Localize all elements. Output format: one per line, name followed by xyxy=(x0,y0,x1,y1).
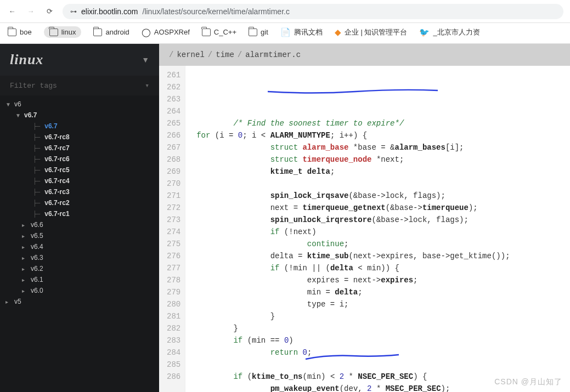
code-line-266[interactable] xyxy=(196,178,510,190)
line-number[interactable]: 268 xyxy=(167,154,180,166)
line-number[interactable]: 266 xyxy=(167,129,180,141)
code-viewer[interactable]: 2612622632642652662672682692702712722732… xyxy=(159,66,570,392)
code-line-262[interactable]: for (i = 0; i < ALARM_NUMTYPE; i++) { xyxy=(196,129,510,141)
bookmark-C_C++[interactable]: C_C++ xyxy=(202,28,236,36)
code-line-278[interactable]: } xyxy=(196,322,510,334)
line-number[interactable]: 283 xyxy=(167,334,180,346)
line-number[interactable]: 265 xyxy=(167,117,180,129)
code-line-274[interactable]: expires = next->expires; xyxy=(196,274,510,286)
url-host: elixir.bootlin.com xyxy=(81,7,138,16)
bookmark-android[interactable]: android xyxy=(93,28,129,36)
code-line-271[interactable]: continue; xyxy=(196,238,510,250)
line-number[interactable]: 262 xyxy=(167,81,180,93)
code-body[interactable]: /* Find the soonest timer to expire*/for… xyxy=(185,66,515,392)
tree-label: v6.3 xyxy=(31,254,43,262)
tree-node-v6.7-rc6[interactable]: ├─v6.7-rc6 xyxy=(3,154,156,164)
code-line-265[interactable]: ktime_t delta; xyxy=(196,166,510,178)
tree-node-v6.7-rc7[interactable]: ├─v6.7-rc7 xyxy=(3,143,156,154)
breadcrumb-sep: / xyxy=(208,50,212,59)
line-number[interactable]: 267 xyxy=(167,141,180,154)
line-number[interactable]: 271 xyxy=(167,190,180,202)
line-number[interactable]: 269 xyxy=(167,166,180,178)
line-number[interactable]: 276 xyxy=(167,250,180,262)
code-line-263[interactable]: struct alarm_base *base = &alarm_bases[i… xyxy=(196,141,510,154)
line-number[interactable]: 261 xyxy=(167,69,180,81)
tree-node-v6.5[interactable]: ▸v6.5 xyxy=(3,230,156,241)
tree-node-v6.7-rc1[interactable]: ├─v6.7-rc1 xyxy=(3,208,156,219)
bookmark-腾讯文档[interactable]: 📄腾讯文档 xyxy=(280,27,323,37)
code-line-283[interactable]: pm_wakeup_event(dev, 2 * MSEC_PER_SEC); xyxy=(196,383,510,392)
line-number[interactable]: 273 xyxy=(167,214,180,226)
line-number[interactable]: 286 xyxy=(167,371,180,383)
line-number[interactable]: 282 xyxy=(167,322,180,334)
breadcrumb[interactable]: /kernel/time/alarmtimer.c xyxy=(159,44,570,66)
line-number[interactable]: 280 xyxy=(167,298,180,310)
tree-node-v6.2[interactable]: ▸v6.2 xyxy=(3,263,156,274)
tree-node-v6[interactable]: ▼v6 xyxy=(3,99,156,110)
breadcrumb-seg-time[interactable]: time xyxy=(216,50,234,59)
bookmark-linux[interactable]: linux xyxy=(44,26,82,38)
bookmark-AOSPXRef[interactable]: ◯AOSPXRef xyxy=(142,27,190,37)
code-line-264[interactable]: struct timerqueue_node *next; xyxy=(196,154,510,166)
code-line-261[interactable]: /* Find the soonest timer to expire*/ xyxy=(196,117,510,129)
line-number[interactable]: 275 xyxy=(167,238,180,250)
forward-button[interactable]: → xyxy=(25,6,36,17)
line-number[interactable]: 278 xyxy=(167,274,180,286)
line-number[interactable]: 272 xyxy=(167,202,180,214)
reload-button[interactable]: ⟳ xyxy=(44,6,55,17)
address-bar[interactable]: ⊶ elixir.bootlin.com/linux/latest/source… xyxy=(63,4,563,19)
back-button[interactable]: ← xyxy=(7,6,18,17)
bookmark-_北京市人力资[interactable]: 🐦_北京市人力资 xyxy=(419,27,479,37)
tree-node-v6.7[interactable]: ▼v6.7 xyxy=(3,110,156,121)
code-line-273[interactable]: if (!min || (delta < min)) { xyxy=(196,262,510,274)
tree-node-v6.0[interactable]: ▸v6.0 xyxy=(3,285,156,296)
code-line-282[interactable]: if (ktime_to_ns(min) < 2 * NSEC_PER_SEC)… xyxy=(196,371,510,383)
tree-node-v6.4[interactable]: ▸v6.4 xyxy=(3,241,156,252)
line-number[interactable]: 274 xyxy=(167,226,180,238)
line-number[interactable]: 284 xyxy=(167,346,180,359)
tree-node-v6.3[interactable]: ▸v6.3 xyxy=(3,252,156,263)
bookmark-企业 | 知识管理平台[interactable]: ◆企业 | 知识管理平台 xyxy=(335,27,408,37)
sidebar-header[interactable]: linux ▼ xyxy=(0,44,159,76)
breadcrumb-seg-kernel[interactable]: kernel xyxy=(177,50,204,59)
tree-label: v5 xyxy=(14,298,21,305)
bookmark-git[interactable]: git xyxy=(249,28,268,36)
tree-node-v6.7-rc5[interactable]: ├─v6.7-rc5 xyxy=(3,164,156,175)
line-number[interactable]: 264 xyxy=(167,105,180,117)
browser-nav: ← → ⟳ ⊶ elixir.bootlin.com/linux/latest/… xyxy=(0,0,570,23)
code-line-277[interactable]: } xyxy=(196,310,510,322)
code-line-269[interactable]: spin_unlock_irqrestore(&base->lock, flag… xyxy=(196,214,510,226)
code-line-272[interactable]: delta = ktime_sub(next->expires, base->g… xyxy=(196,250,510,262)
code-line-275[interactable]: min = delta; xyxy=(196,286,510,298)
breadcrumb-seg-alarmtimer.c[interactable]: alarmtimer.c xyxy=(245,50,301,59)
tree-label: v6.0 xyxy=(31,287,43,294)
line-number[interactable]: 279 xyxy=(167,286,180,298)
tree-node-v6.7[interactable]: ├─v6.7 xyxy=(3,121,156,132)
line-number[interactable]: 281 xyxy=(167,310,180,322)
code-line-280[interactable]: return 0; xyxy=(196,346,510,359)
line-number[interactable]: 263 xyxy=(167,93,180,105)
code-line-270[interactable]: if (!next) xyxy=(196,226,510,238)
bookmark-label: linux xyxy=(61,28,76,36)
code-line-268[interactable]: next = timerqueue_getnext(&base->timerqu… xyxy=(196,202,510,214)
tree-node-v6.7-rc8[interactable]: ├─v6.7-rc8 xyxy=(3,132,156,143)
folder-icon xyxy=(49,29,58,36)
tree-node-v6.7-rc2[interactable]: ├─v6.7-rc2 xyxy=(3,197,156,208)
line-number[interactable]: 277 xyxy=(167,262,180,274)
version-tree[interactable]: ▼v6▼v6.7├─v6.7├─v6.7-rc8├─v6.7-rc7├─v6.7… xyxy=(0,95,159,392)
tree-label: v6.6 xyxy=(31,221,43,229)
line-number[interactable]: 270 xyxy=(167,178,180,190)
code-line-281[interactable] xyxy=(196,359,510,371)
code-line-267[interactable]: spin_lock_irqsave(&base->lock, flags); xyxy=(196,190,510,202)
sidebar: linux ▼ Filter tags ▾ ▼v6▼v6.7├─v6.7├─v6… xyxy=(0,44,159,392)
tree-node-v6.6[interactable]: ▸v6.6 xyxy=(3,219,156,230)
bookmark-boe[interactable]: boe xyxy=(8,28,32,36)
filter-tags-input[interactable]: Filter tags ▾ xyxy=(0,76,159,95)
tree-node-v6.1[interactable]: ▸v6.1 xyxy=(3,274,156,285)
code-line-279[interactable]: if (min == 0) xyxy=(196,334,510,346)
tree-node-v5[interactable]: ▸v5 xyxy=(3,296,156,307)
line-number[interactable]: 285 xyxy=(167,359,180,371)
tree-node-v6.7-rc3[interactable]: ├─v6.7-rc3 xyxy=(3,186,156,197)
tree-node-v6.7-rc4[interactable]: ├─v6.7-rc4 xyxy=(3,175,156,186)
code-line-276[interactable]: type = i; xyxy=(196,298,510,310)
